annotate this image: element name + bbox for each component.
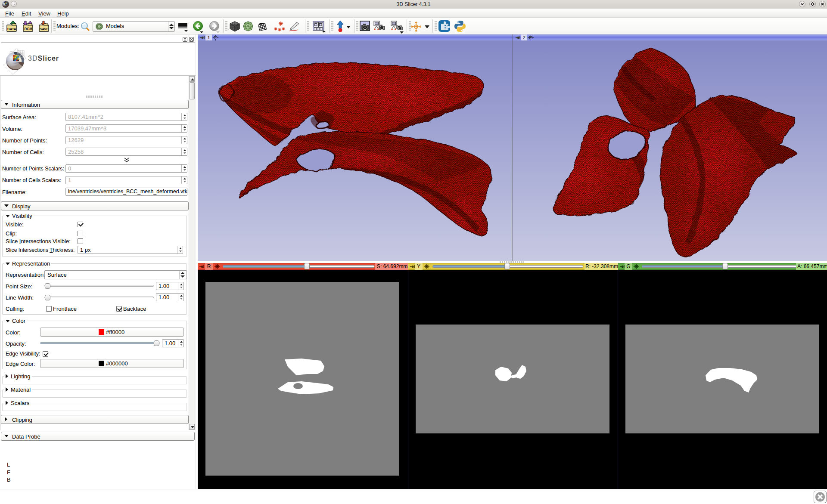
svg-text:DCM: DCM — [25, 27, 33, 31]
svg-text:SAVE: SAVE — [40, 27, 49, 31]
svg-text:DATA: DATA — [7, 27, 16, 31]
